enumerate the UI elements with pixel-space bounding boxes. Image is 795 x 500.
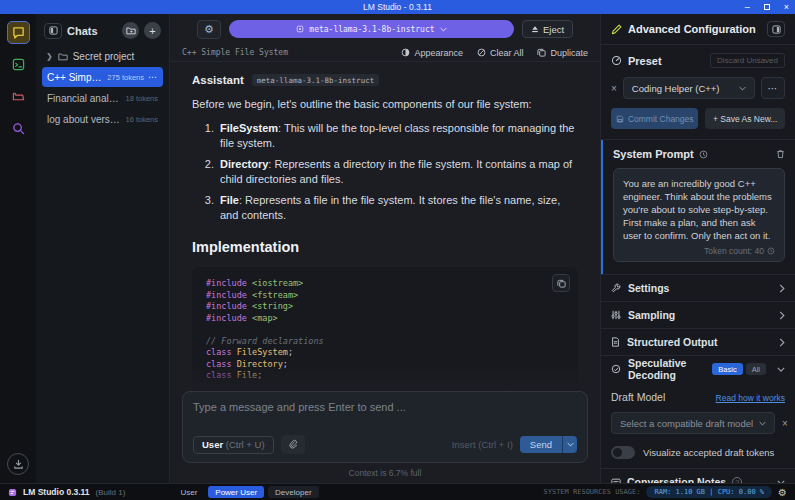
- basic-toggle-pill[interactable]: Basic: [712, 363, 742, 375]
- status-bar: LM Studio 0.3.11 (Build 1) UserPower Use…: [0, 483, 795, 500]
- code-content: #include <iostream>#include <fstream>#in…: [206, 278, 564, 391]
- draft-model-select[interactable]: Select a compatible draft model: [611, 412, 775, 434]
- chat-item-token-count: 16 tokens: [125, 115, 158, 124]
- preset-select[interactable]: Coding Helper (C++): [623, 77, 755, 99]
- new-folder-button[interactable]: [122, 22, 139, 39]
- role-user-button[interactable]: User (Ctrl + U): [193, 436, 274, 454]
- insert-shortcut-hint: Insert (Ctrl + I): [452, 439, 513, 450]
- settings-gear-icon[interactable]: ⚙: [778, 487, 787, 498]
- preset-more-options-button[interactable]: ⋯: [761, 77, 785, 99]
- visualize-tokens-toggle[interactable]: [611, 446, 635, 459]
- speculative-decoding-icon: [611, 364, 621, 374]
- nav-discover-button[interactable]: [7, 117, 30, 140]
- maximize-button[interactable]: [764, 4, 770, 10]
- sampling-section-header[interactable]: Sampling: [601, 302, 795, 328]
- chat-bubble-icon: [12, 26, 25, 39]
- lmstudio-logo-icon: [8, 488, 17, 497]
- appearance-icon: [401, 48, 410, 57]
- discard-unsaved-button[interactable]: Discard Unsaved: [710, 53, 785, 68]
- structured-output-label: Structured Output: [627, 336, 772, 348]
- app-window: LM Studio - 0.3.11 – ×: [0, 0, 795, 500]
- eject-model-button[interactable]: Eject: [522, 20, 573, 38]
- message-composer[interactable]: Type a message and press Enter to send .…: [182, 391, 588, 463]
- folder-label: Secret project: [73, 51, 135, 62]
- duplicate-label: Duplicate: [550, 48, 588, 58]
- assistant-role-label: Assistant: [192, 74, 244, 86]
- model-settings-gear-button[interactable]: ⚙: [197, 20, 221, 39]
- code-block: #include <iostream>#include <fstream>#in…: [192, 267, 578, 391]
- draft-model-placeholder: Select a compatible draft model: [620, 418, 753, 429]
- clear-all-icon: [477, 48, 486, 57]
- commit-changes-button[interactable]: Commit Changes: [611, 108, 698, 129]
- structured-output-section-header[interactable]: Structured Output: [601, 329, 795, 355]
- appearance-label: Appearance: [414, 48, 463, 58]
- system-prompt-section: System Prompt You are an incredibly good…: [601, 140, 795, 274]
- message-area[interactable]: Assistant meta-llama-3.1-8b-instruct Bef…: [170, 62, 600, 391]
- chat-list-item[interactable]: Financial analysis18 tokens: [42, 88, 163, 108]
- role-user-label: User: [202, 439, 223, 450]
- send-options-chevron-icon[interactable]: [562, 436, 577, 453]
- chat-main: ⚙ meta-llama-3.1-8b-instruct Eject: [170, 14, 600, 483]
- attach-file-button[interactable]: [281, 435, 305, 454]
- clear-preset-icon[interactable]: ×: [611, 83, 617, 94]
- titlebar: LM Studio - 0.3.11 – ×: [0, 0, 795, 14]
- system-prompt-text: You are an incredibly good C++ engineer.…: [623, 177, 775, 242]
- sidebar-title: Chats: [67, 25, 117, 37]
- component-list: 1.FileSystem: This will be the top-level…: [198, 121, 578, 223]
- collapse-sidebar-button[interactable]: [44, 23, 62, 39]
- chat-list-item[interactable]: C++ Simple File System275 tokens⋯: [42, 67, 163, 87]
- context-usage-status: Context is 6.7% full: [170, 463, 600, 483]
- chat-item-more-options-icon[interactable]: ⋯: [148, 72, 158, 82]
- visualize-tokens-label: Visualize accepted draft tokens: [643, 447, 774, 458]
- commit-changes-label: Commit Changes: [628, 114, 694, 124]
- component-list-item: 1.FileSystem: This will be the top-level…: [198, 121, 578, 151]
- app-version-label: LM Studio 0.3.11: [23, 487, 90, 497]
- delete-prompt-button[interactable]: [776, 149, 785, 159]
- chat-item-token-count: 18 tokens: [125, 94, 158, 103]
- chat-item-label: log about version of ...: [47, 114, 121, 125]
- copy-code-button[interactable]: [552, 274, 570, 292]
- user-mode-switcher: UserPower UserDeveloper: [173, 486, 318, 498]
- clear-draft-model-icon[interactable]: ×: [782, 418, 788, 429]
- close-button[interactable]: ×: [784, 3, 789, 12]
- all-toggle-pill[interactable]: All: [746, 363, 766, 375]
- settings-label: Settings: [628, 282, 772, 294]
- settings-section-header[interactable]: Settings: [601, 275, 795, 301]
- eject-label: Eject: [543, 24, 564, 35]
- chat-item-token-count: 275 tokens: [107, 73, 144, 82]
- chevron-down-icon: [440, 27, 447, 32]
- downloads-button[interactable]: [7, 453, 29, 475]
- mode-button-power-user[interactable]: Power User: [208, 486, 264, 498]
- token-count-label: Token count: 40: [704, 246, 764, 256]
- chat-item-label: C++ Simple File System: [47, 72, 103, 83]
- clear-all-button[interactable]: Clear All: [477, 48, 524, 58]
- appearance-button[interactable]: Appearance: [401, 48, 463, 58]
- preset-dial-icon: [611, 55, 622, 66]
- system-prompt-editor[interactable]: You are an incredibly good C++ engineer.…: [613, 168, 785, 262]
- duplicate-button[interactable]: Duplicate: [537, 48, 588, 58]
- sliders-icon: [611, 310, 621, 320]
- read-how-it-works-link[interactable]: Read how it works: [716, 393, 785, 403]
- nav-chats-button[interactable]: [7, 21, 30, 44]
- nav-developer-button[interactable]: [7, 53, 30, 76]
- sidebar-folder-secret-project[interactable]: ❯ Secret project: [42, 47, 163, 66]
- new-chat-button[interactable]: +: [144, 22, 161, 39]
- draft-model-section: Draft Model Read how it works Select a c…: [601, 382, 795, 468]
- minimize-button[interactable]: –: [745, 3, 750, 12]
- collapse-panel-button[interactable]: [767, 21, 785, 37]
- mode-button-developer[interactable]: Developer: [268, 486, 318, 498]
- chevron-right-icon: [779, 338, 785, 347]
- speculative-decoding-section-header[interactable]: Speculative Decoding Basic All: [601, 356, 795, 382]
- chat-list-item[interactable]: log about version of ...16 tokens: [42, 109, 163, 129]
- chevron-right-icon: [779, 311, 785, 320]
- resources-usage-value[interactable]: RAM: 1.10 GB | CPU: 0.00 %: [646, 486, 772, 498]
- speculative-decoding-label: Speculative Decoding: [628, 357, 705, 381]
- nav-models-button[interactable]: [7, 85, 30, 108]
- save-as-new-button[interactable]: + Save As New...: [705, 108, 785, 129]
- loaded-model-selector[interactable]: meta-llama-3.1-8b-instruct: [229, 20, 514, 38]
- preset-label: Preset: [628, 55, 704, 67]
- send-button[interactable]: Send: [520, 436, 577, 453]
- mode-button-user[interactable]: User: [173, 486, 204, 498]
- eject-icon: [531, 25, 539, 33]
- draft-model-label: Draft Model: [611, 391, 716, 403]
